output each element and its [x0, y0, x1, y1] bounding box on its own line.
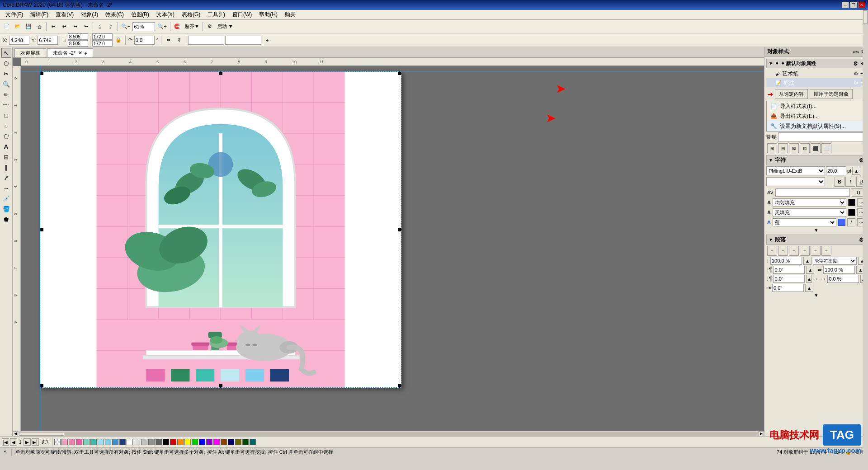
para-after-input[interactable]: [773, 275, 805, 283]
x-input[interactable]: [9, 36, 29, 45]
color-chip-navy[interactable]: [228, 439, 234, 445]
import-style-item[interactable]: 📄 导入样式表(I)...: [767, 101, 866, 111]
fill-tool[interactable]: 🪣: [1, 204, 11, 214]
indent-input[interactable]: [772, 284, 804, 292]
fill-color-swatch[interactable]: [848, 199, 855, 206]
page-prev-button[interactable]: ◀: [10, 438, 17, 446]
color-chip-magenta[interactable]: [213, 439, 220, 445]
char-spacing-input[interactable]: [775, 188, 850, 197]
y-input[interactable]: [38, 36, 58, 45]
annotation-settings[interactable]: ⚙: [854, 80, 859, 86]
menu-bitmap[interactable]: 位图(B): [127, 10, 153, 19]
menu-view[interactable]: 查看(V): [52, 10, 77, 19]
table-tool[interactable]: ⊞: [1, 152, 11, 162]
height-px-input[interactable]: [92, 40, 113, 47]
menu-tools[interactable]: 工具(L): [204, 10, 229, 19]
fill-type-select[interactable]: 均匀填充: [773, 198, 846, 207]
scroll-left-button[interactable]: ◀: [13, 431, 18, 437]
align-center-button[interactable]: ≡: [778, 246, 788, 256]
smartdraw-tool[interactable]: 〰: [1, 100, 11, 110]
open-button[interactable]: 📂: [13, 22, 23, 32]
outline-input[interactable]: [225, 36, 261, 45]
restore-button[interactable]: ❐: [850, 2, 857, 8]
fill-input[interactable]: [188, 36, 224, 45]
grid-icon2[interactable]: ⊟: [778, 143, 788, 153]
color-chip-brown[interactable]: [221, 439, 227, 445]
color-chip-gray2[interactable]: [141, 439, 147, 445]
curve-tool[interactable]: ✏: [1, 89, 11, 99]
blend-tool[interactable]: ⬟: [1, 214, 11, 224]
height-input[interactable]: [68, 40, 88, 47]
parallel-tool[interactable]: ∥: [1, 162, 11, 172]
select-tool[interactable]: ↖: [1, 48, 11, 58]
mirror-v-button[interactable]: ⇕: [174, 35, 184, 45]
start-button[interactable]: 启动 ▼: [216, 22, 235, 32]
set-default-item[interactable]: 🔧 设置为新文档默认属性(S)...: [767, 121, 866, 131]
tab-welcome[interactable]: 欢迎屏幕: [14, 48, 46, 57]
color-chip-lightblue[interactable]: [98, 439, 104, 445]
snap-options[interactable]: 贴齐▼: [183, 22, 201, 32]
color-chip-lightblue2[interactable]: [105, 439, 111, 445]
select-cursor-icon[interactable]: ↖: [4, 449, 8, 455]
color-chip-olive[interactable]: [235, 439, 241, 445]
default-style-section[interactable]: ▼ ✦ ✦ 默认对象属性 ⚙ +: [766, 59, 866, 68]
scrollbar-thumb[interactable]: [19, 432, 64, 436]
color-chip-gray3[interactable]: [148, 439, 155, 445]
poly-tool[interactable]: ⬠: [1, 131, 11, 141]
node-tool[interactable]: ⬡: [1, 58, 11, 68]
tab-document[interactable]: 未命名 -2* ✕ +: [47, 48, 93, 57]
blue-fill-select[interactable]: 蓝: [773, 218, 836, 226]
color-chip-pink[interactable]: [61, 439, 68, 445]
print-button[interactable]: 🖨: [34, 22, 44, 32]
no-fill-swatch[interactable]: [848, 209, 855, 216]
line-height-input[interactable]: [770, 257, 802, 265]
menu-file[interactable]: 文件(F): [2, 10, 27, 19]
redo-button[interactable]: ↪: [70, 22, 80, 32]
panel-expand-icon[interactable]: «»: [853, 49, 859, 55]
menu-buy[interactable]: 购买: [281, 10, 299, 19]
blue-line-btn[interactable]: /: [847, 218, 855, 226]
redo2-button[interactable]: ↪: [81, 22, 91, 32]
no-fill-select[interactable]: 无填充: [773, 208, 846, 216]
para-before-input[interactable]: [773, 266, 805, 274]
panel-vscrollbar[interactable]: [863, 10, 868, 470]
para-section-header[interactable]: ▼ 段落 ⚙: [766, 235, 866, 245]
font-name-select[interactable]: PMingLiU-ExtB: [766, 166, 825, 175]
color-chip-teal3[interactable]: [250, 439, 256, 445]
color-chip-teal[interactable]: [83, 439, 90, 445]
grid-icon6[interactable]: ⬜: [821, 143, 831, 153]
align-none-button[interactable]: ≡: [821, 246, 831, 256]
para-before-up[interactable]: ▲: [806, 266, 814, 274]
rect-tool[interactable]: □: [1, 110, 11, 120]
menu-effects[interactable]: 效果(C): [102, 10, 127, 19]
export-style-item[interactable]: 📤 导出样式表(E)...: [767, 111, 866, 121]
menu-object[interactable]: 对象(J): [77, 10, 102, 19]
tab-close-icon[interactable]: ✕: [78, 50, 82, 56]
eyedropper-tool[interactable]: 💉: [1, 193, 11, 203]
scrollbar-track[interactable]: [19, 432, 758, 436]
mirror-h-button[interactable]: ⇔: [163, 35, 173, 45]
menu-help[interactable]: 帮助(H): [255, 10, 281, 19]
style-settings-icon[interactable]: ⚙: [853, 61, 858, 67]
measure-tool[interactable]: ↔: [1, 183, 11, 193]
menu-table[interactable]: 表格(G): [178, 10, 204, 19]
font-size-input[interactable]: [826, 166, 846, 175]
lock-ratio-button[interactable]: 🔒: [113, 35, 123, 45]
color-chip-green[interactable]: [192, 439, 198, 445]
page-first-button[interactable]: |◀: [2, 438, 9, 446]
grid-icon1[interactable]: ⊞: [767, 143, 777, 153]
color-chip-pink3[interactable]: [76, 439, 82, 445]
horizontal-scrollbar[interactable]: ◀ ▶: [13, 431, 764, 436]
italic-button[interactable]: I: [845, 177, 855, 187]
panel-scroll-thumb[interactable]: [863, 10, 868, 24]
color-chip-purple[interactable]: [206, 439, 212, 445]
color-chip-darkgreen[interactable]: [242, 439, 249, 445]
color-chip-yellow[interactable]: [184, 439, 191, 445]
align-right-button[interactable]: ≡: [789, 246, 799, 256]
zoom-out-button[interactable]: 🔍−: [120, 22, 132, 32]
align-left-button[interactable]: ≡: [767, 246, 777, 256]
color-chip-red[interactable]: [170, 439, 176, 445]
color-chip-white[interactable]: [127, 439, 133, 445]
import-button[interactable]: ⤵: [95, 22, 105, 32]
grid-icon4[interactable]: ⊡: [800, 143, 810, 153]
